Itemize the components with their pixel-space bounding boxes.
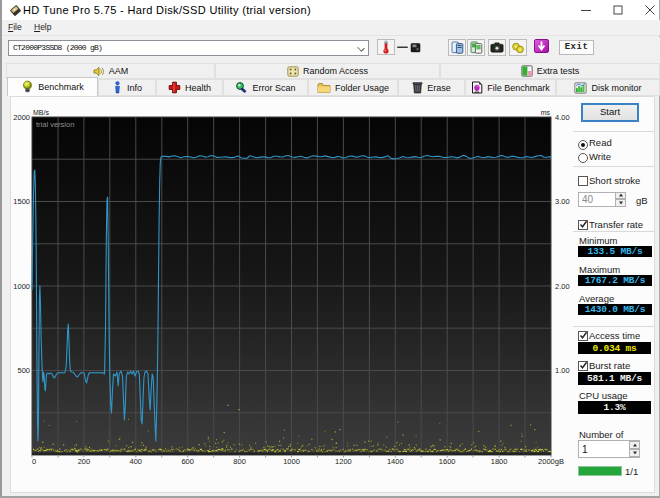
svg-text:1800: 1800: [491, 457, 508, 466]
svg-text:ms: ms: [541, 109, 551, 116]
svg-text:3.00: 3.00: [555, 197, 570, 206]
svg-text:1400: 1400: [387, 457, 404, 466]
svg-text:500: 500: [17, 366, 30, 375]
svg-text:MB/s: MB/s: [33, 109, 49, 116]
svg-text:2000gB: 2000gB: [538, 457, 564, 466]
svg-text:1500: 1500: [13, 197, 30, 206]
svg-text:400: 400: [130, 457, 143, 466]
svg-text:1.00: 1.00: [555, 366, 570, 375]
svg-text:800: 800: [233, 457, 246, 466]
svg-text:2000: 2000: [13, 113, 30, 122]
svg-text:1000: 1000: [13, 282, 30, 291]
svg-text:200: 200: [78, 457, 91, 466]
svg-text:1200: 1200: [335, 457, 352, 466]
svg-text:2.00: 2.00: [555, 282, 570, 291]
svg-text:trial version: trial version: [36, 120, 74, 129]
svg-text:4.00: 4.00: [555, 113, 570, 122]
svg-text:600: 600: [181, 457, 194, 466]
svg-text:1600: 1600: [439, 457, 456, 466]
svg-text:0: 0: [32, 457, 36, 466]
svg-text:1000: 1000: [283, 457, 300, 466]
